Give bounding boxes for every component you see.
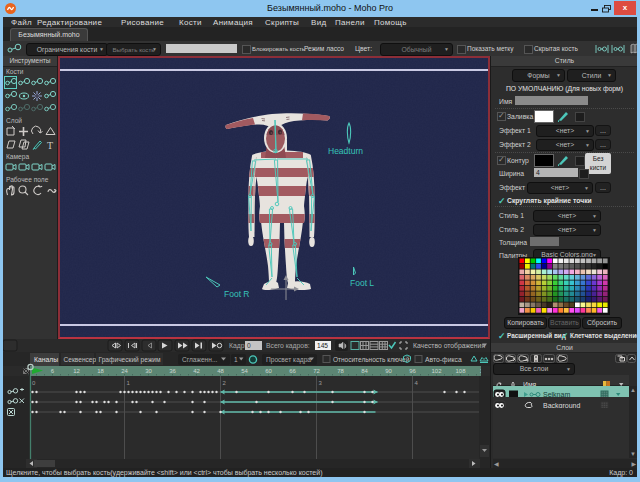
svg-text:30: 30 — [145, 368, 152, 374]
svg-text:72: 72 — [313, 368, 320, 374]
svg-text:24: 24 — [121, 368, 128, 374]
svg-text:90: 90 — [385, 368, 392, 374]
svg-text:Кадр:: Кадр: — [229, 342, 246, 350]
svg-text:Графический режим: Графический режим — [99, 356, 161, 364]
svg-text:145: 145 — [317, 342, 328, 349]
svg-text:66: 66 — [289, 368, 296, 374]
svg-text:18: 18 — [97, 368, 104, 374]
svg-text:78: 78 — [337, 368, 344, 374]
svg-text:Всего кадров:: Всего кадров: — [266, 342, 310, 350]
svg-text:0: 0 — [247, 342, 251, 349]
svg-text:60: 60 — [265, 368, 272, 374]
svg-text:84: 84 — [361, 368, 368, 374]
svg-text:102: 102 — [431, 368, 442, 374]
svg-text:Авто-фикса: Авто-фикса — [425, 356, 462, 364]
svg-text:Качество отображения: Качество отображения — [413, 342, 485, 350]
svg-text:T: T — [47, 140, 53, 151]
svg-text:1: 1 — [234, 356, 238, 363]
svg-text:12: 12 — [73, 368, 80, 374]
svg-text:36: 36 — [169, 368, 176, 374]
svg-text:Каналы: Каналы — [34, 356, 58, 363]
svg-text:48: 48 — [217, 368, 224, 374]
svg-text:108: 108 — [455, 368, 466, 374]
svg-text:54: 54 — [241, 368, 248, 374]
svg-text:Относительность ключей: Относительность ключей — [333, 356, 410, 363]
svg-text:Сглаженн...: Сглаженн... — [182, 356, 218, 363]
svg-text:96: 96 — [409, 368, 416, 374]
svg-text:Просвет кадра: Просвет кадра — [266, 356, 311, 364]
svg-text:42: 42 — [193, 368, 200, 374]
svg-text:Секвенсер: Секвенсер — [64, 356, 97, 364]
